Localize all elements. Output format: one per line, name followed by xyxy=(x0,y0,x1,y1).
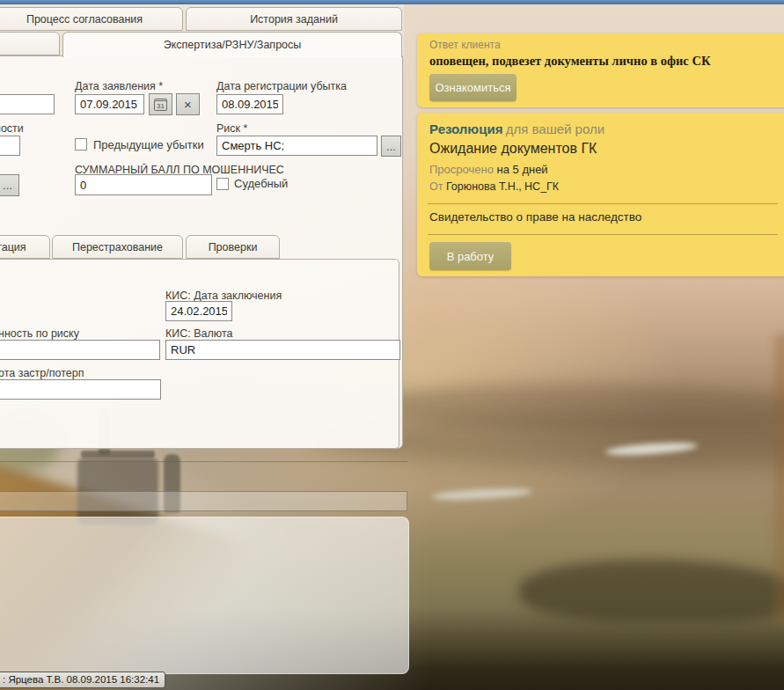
card-divider xyxy=(428,234,778,235)
resolution-card: Резолюция для вашей роли Ожидание докуме… xyxy=(417,113,784,276)
kis-currency-input[interactable] xyxy=(165,340,400,360)
clear-date-button[interactable]: × xyxy=(176,93,200,115)
take-to-work-button[interactable]: В работу xyxy=(429,242,511,270)
tab-subrogation-partial[interactable]: гация xyxy=(0,235,50,259)
tab-reinsurance[interactable]: Перестрахование xyxy=(52,235,183,259)
kis-conclusion-date-label: КИС: Дата заключения xyxy=(165,290,282,302)
previous-losses-label: Предыдущие убытки xyxy=(93,138,204,151)
window-top-border xyxy=(0,0,784,4)
loss-registration-date-input[interactable] xyxy=(216,94,283,114)
glass-lower-panel xyxy=(0,517,409,674)
tab-task-history[interactable]: История заданий xyxy=(186,7,402,31)
kis-currency-label: КИС: Валюта xyxy=(165,327,232,340)
client-answer-title: Ответ клиента xyxy=(429,39,501,51)
tab-label: Экспертиза/РЗНУ/Запросы xyxy=(164,39,302,51)
risk-label: Риск * xyxy=(216,122,247,135)
calendar-icon: 31 xyxy=(154,99,167,111)
previous-losses-checkbox[interactable] xyxy=(75,138,87,150)
loss-registration-date-label: Дата регистрации убытка xyxy=(216,80,347,92)
tab-approval-process[interactable]: Процесс согласования xyxy=(0,7,183,31)
from-label: От xyxy=(429,180,443,193)
tab-partial-left[interactable] xyxy=(0,32,60,55)
resolution-from-row: От Горюнова Т.Н., НС_ГК xyxy=(429,180,559,193)
resolution-title-row: Резолюция для вашей роли xyxy=(429,121,604,136)
risk-liability-input[interactable] xyxy=(0,340,160,360)
ellipsis-icon: ... xyxy=(386,140,396,153)
risk-liability-label: нность по риску xyxy=(0,327,79,340)
resolution-overdue-row: Просрочено на 5 дней xyxy=(429,163,548,176)
fraud-score-input[interactable] xyxy=(75,174,212,195)
acknowledge-button[interactable]: Ознакомиться xyxy=(429,74,517,101)
app-window: Процесс согласования История заданий Экс… xyxy=(0,0,784,690)
calendar-button[interactable]: 31 xyxy=(149,93,172,115)
overdue-label: Просрочено xyxy=(429,163,494,176)
tab-checks[interactable]: Проверки xyxy=(186,235,280,259)
truck-silhouette xyxy=(81,451,155,458)
insured-currency-label: ота застр/потерп xyxy=(0,367,84,379)
glass-divider xyxy=(0,461,407,462)
tab-expertise-rznu-requests[interactable]: Экспертиза/РЗНУ/Запросы xyxy=(62,32,402,57)
overdue-value: на 5 дней xyxy=(497,163,548,176)
insured-currency-input[interactable] xyxy=(0,379,161,400)
resolution-title: Резолюция xyxy=(429,121,502,136)
risk-lookup-button[interactable]: ... xyxy=(381,136,401,157)
status-tooltip: : Ярцева Т.В. 08.09.2015 16:32:41 xyxy=(0,672,165,688)
card-divider xyxy=(428,203,778,204)
partial-field-left[interactable] xyxy=(0,136,20,156)
glass-strip xyxy=(0,491,407,511)
judicial-label: Судебный xyxy=(234,177,288,190)
claim-date-input[interactable] xyxy=(75,94,144,114)
client-answer-text: оповещен, подвезет документы лично в офи… xyxy=(429,54,710,69)
close-icon: × xyxy=(184,97,192,112)
ellipsis-icon: ... xyxy=(3,179,12,192)
tree-silhouettes xyxy=(774,334,784,625)
resolution-role-text: для вашей роли xyxy=(506,121,604,136)
cut-left-label: ности xyxy=(0,122,24,135)
tab-label: История заданий xyxy=(250,13,338,26)
tree-silhouettes xyxy=(519,560,784,621)
fraud-lookup-button[interactable]: ... xyxy=(0,174,19,196)
client-answer-card: Ответ клиента оповещен, подвезет докумен… xyxy=(417,33,784,107)
tab-label: Проверки xyxy=(209,241,258,253)
kis-conclusion-date-input[interactable] xyxy=(165,301,232,321)
judicial-checkbox[interactable] xyxy=(216,178,229,190)
claim-date-label: Дата заявления * xyxy=(75,80,163,92)
tab-label: гация xyxy=(0,241,26,253)
resolution-document: Свидетельство о праве на наследство xyxy=(429,210,641,224)
from-value: Горюнова Т.Н., НС_ГК xyxy=(446,180,559,193)
risk-input[interactable] xyxy=(216,136,377,156)
tab-label: Процесс согласования xyxy=(26,13,143,26)
resolution-status: Ожидание документов ГК xyxy=(429,141,597,157)
tab-label: Перестрахование xyxy=(72,241,163,253)
partial-field-top-left[interactable] xyxy=(0,94,55,114)
